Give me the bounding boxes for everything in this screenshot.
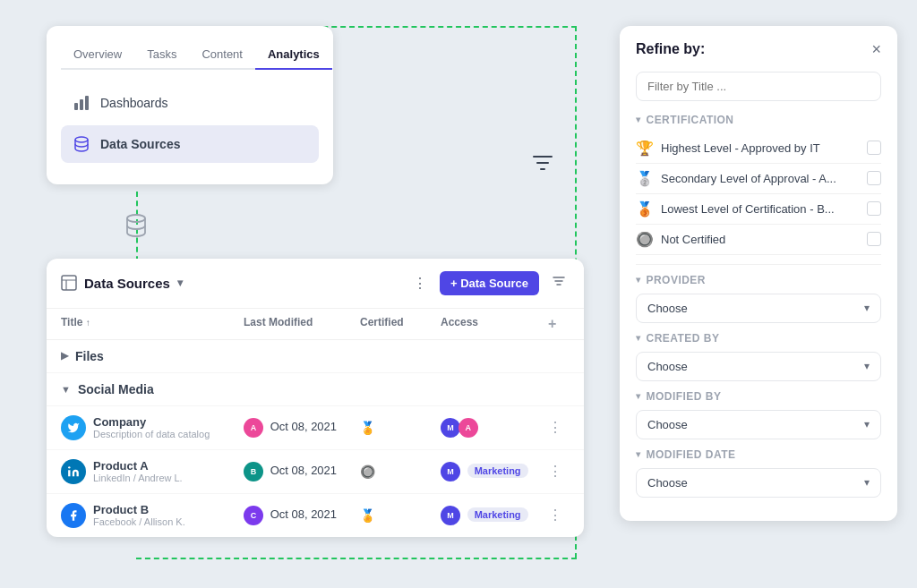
producta-access: M Marketing: [441, 462, 548, 481]
cert-secondary-checkbox[interactable]: [867, 171, 881, 185]
table-row: Product B Facebook / Allison K. C Oct 08…: [47, 494, 584, 537]
productb-name: Product B: [93, 503, 185, 516]
modifieddate-section-label: ▾ Modified Date: [636, 448, 881, 461]
dashed-line-bottom: [136, 558, 577, 559]
createdby-section-label: ▾ Created By: [636, 332, 881, 345]
svg-rect-2: [85, 96, 89, 110]
cert-highest-checkbox[interactable]: [867, 141, 881, 155]
col-last-modified[interactable]: Last Modified: [244, 316, 360, 332]
company-menu[interactable]: ⋮: [548, 419, 570, 436]
company-access: M A: [441, 418, 548, 438]
table-columns: Title ↑ Last Modified Certified Access +: [47, 309, 584, 340]
nav-tabs: Overview Tasks Content Analytics: [61, 40, 319, 70]
createdby-dropdown[interactable]: Choose ▾: [636, 352, 881, 381]
table-more-button[interactable]: ⋮: [409, 273, 431, 294]
producta-modifier-avatar: B: [244, 462, 263, 481]
productb-subtitle: Facebook / Allison K.: [93, 516, 185, 527]
producta-menu[interactable]: ⋮: [548, 463, 570, 480]
cert-option-secondary[interactable]: 🥈 Secondary Level of Approval - A...: [636, 164, 881, 194]
chart-icon: [72, 93, 91, 113]
twitter-icon: [61, 415, 86, 440]
productb-access: M Marketing: [441, 506, 548, 525]
svg-rect-0: [74, 103, 78, 110]
linkedin-icon: [61, 459, 86, 484]
refine-panel: Refine by: × ▾ Certification 🏆 Highest L…: [620, 26, 897, 521]
producta-modified: B Oct 08, 2021: [244, 462, 360, 481]
col-title[interactable]: Title ↑: [61, 316, 244, 332]
cert-option-notcert[interactable]: 🔘 Not Certified: [636, 225, 881, 255]
cert-notcert-checkbox[interactable]: [867, 232, 881, 246]
divider-1: [636, 264, 881, 265]
modifiedby-dropdown[interactable]: Choose ▾: [636, 410, 881, 439]
productb-modifier-avatar: C: [244, 506, 263, 525]
cert-option-lowest[interactable]: 🥉 Lowest Level of Certification - B...: [636, 194, 881, 225]
modifieddate-dropdown[interactable]: Choose ▾: [636, 468, 881, 498]
tab-analytics[interactable]: Analytics: [255, 40, 332, 70]
sort-arrow: ↑: [86, 318, 90, 328]
productb-access-m: M: [441, 506, 460, 525]
table-filter-button[interactable]: [548, 272, 570, 294]
group-social-expand[interactable]: ▼: [61, 384, 71, 395]
access-avatar-m: M: [441, 418, 460, 438]
table-card: Data Sources ▾ ⋮ + Data Source Title ↑: [47, 259, 584, 537]
cert-bronze-icon: 🥉: [636, 200, 654, 217]
nav-item-datasources-label: Data Sources: [100, 137, 180, 151]
row-company-title: Company Description of data catalog: [61, 415, 244, 440]
cert-chevron: ▾: [636, 115, 640, 124]
provider-dropdown-chevron: ▾: [864, 302, 870, 314]
add-datasource-button[interactable]: + Data Source: [440, 271, 539, 295]
facebook-icon: [61, 503, 86, 528]
cert-lowest-checkbox[interactable]: [867, 201, 881, 216]
productb-menu[interactable]: ⋮: [548, 507, 570, 524]
producta-subtitle: LinkedIn / Andrew L.: [93, 473, 183, 483]
createdby-chevron: ▾: [636, 333, 640, 343]
table-title: Data Sources: [84, 276, 170, 291]
group-social-label: Social Media: [78, 382, 154, 396]
cert-highest-label: Highest Level - Approved by IT: [661, 141, 820, 155]
refine-close-button[interactable]: ×: [871, 40, 881, 59]
producta-cert: 🔘: [360, 464, 441, 479]
group-files: ▶ Files: [47, 340, 584, 373]
table-header-actions: ⋮ + Data Source: [409, 271, 570, 295]
table-title-area: Data Sources ▾: [61, 275, 183, 291]
group-social-media: ▼ Social Media: [47, 373, 584, 406]
group-files-expand[interactable]: ▶: [61, 350, 68, 362]
cert-silver-icon: 🥈: [636, 170, 654, 187]
tab-content[interactable]: Content: [189, 40, 255, 70]
refine-header: Refine by: ×: [636, 40, 881, 59]
nav-item-datasources[interactable]: Data Sources: [61, 125, 319, 163]
company-name: Company: [93, 415, 210, 429]
database-icon: [72, 134, 91, 154]
col-access[interactable]: Access: [441, 316, 548, 332]
cert-none-icon: 🔘: [636, 231, 654, 248]
cert-option-highest[interactable]: 🏆 Highest Level - Approved by IT: [636, 133, 881, 164]
producta-access-label: Marketing: [467, 464, 528, 478]
company-cert: 🏅: [360, 421, 441, 435]
nav-item-dashboards[interactable]: Dashboards: [61, 84, 319, 122]
provider-dropdown[interactable]: Choose ▾: [636, 294, 881, 323]
db-standalone-icon: [120, 209, 152, 242]
filter-standalone-icon[interactable]: [527, 147, 559, 179]
company-cert-icon: 🏅: [360, 421, 375, 435]
modifiedby-chevron: ▾: [636, 391, 640, 401]
row-productb-title: Product B Facebook / Allison K.: [61, 503, 244, 528]
table-title-icon: [61, 275, 77, 291]
nav-item-dashboards-label: Dashboards: [100, 96, 168, 110]
svg-point-4: [127, 215, 145, 222]
tab-overview[interactable]: Overview: [61, 40, 134, 70]
tab-tasks[interactable]: Tasks: [134, 40, 189, 70]
modifiedby-dropdown-chevron: ▾: [864, 418, 870, 430]
table-row: Product A LinkedIn / Andrew L. B Oct 08,…: [47, 450, 584, 494]
table-title-chevron[interactable]: ▾: [177, 277, 183, 289]
filter-title-input[interactable]: [636, 72, 881, 101]
cert-secondary-label: Secondary Level of Approval - A...: [661, 172, 836, 185]
productb-modified: C Oct 08, 2021: [244, 506, 360, 525]
provider-chevron: ▾: [636, 275, 640, 285]
svg-point-3: [75, 137, 88, 142]
col-add[interactable]: +: [548, 316, 570, 332]
cert-gold-icon: 🏆: [636, 140, 654, 157]
productb-cert-icon: 🏅: [360, 508, 375, 523]
nav-card: Overview Tasks Content Analytics Dashboa…: [47, 26, 333, 184]
col-certified[interactable]: Certified: [360, 316, 441, 332]
svg-rect-5: [62, 276, 76, 290]
